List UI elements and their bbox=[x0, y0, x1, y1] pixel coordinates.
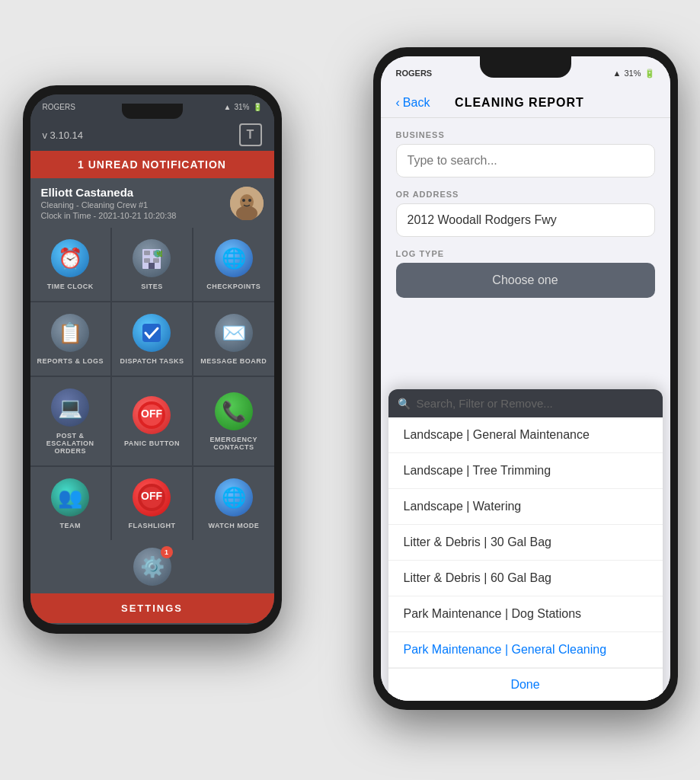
dropdown-list: Landscape | General Maintenance Landscap… bbox=[388, 417, 663, 668]
panic-icon-wrap: OFF bbox=[132, 395, 171, 435]
battery-left: 31% bbox=[234, 103, 249, 111]
sites-circle: 🌿 bbox=[133, 239, 171, 277]
back-chevron-icon: ‹ bbox=[396, 96, 400, 110]
dropdown-item-label-6: Park Maintenance | General Cleaning bbox=[404, 643, 607, 656]
user-details: Elliott Castaneda Cleaning - Cleaning Cr… bbox=[41, 186, 177, 220]
settings-row-partial: ⚙️ 1 bbox=[30, 540, 274, 593]
dropdown-item-label-0: Landscape | General Maintenance bbox=[404, 428, 590, 441]
logo-letter: T bbox=[247, 128, 254, 142]
dropdown-item-label-1: Landscape | Tree Trimming bbox=[404, 464, 551, 477]
panic-label: PANIC BUTTON bbox=[124, 440, 180, 447]
user-clock-in: Clock in Time - 2021-10-21 10:20:38 bbox=[41, 211, 177, 220]
watch-icon-wrap: 🌐 bbox=[214, 478, 254, 517]
business-label: BUSINESS bbox=[396, 130, 655, 139]
avatar-image bbox=[230, 187, 264, 220]
right-phone: ROGERS ▲ 31% 🔋 ‹ Back CLEANING REPORT BU… bbox=[373, 47, 678, 710]
dropdown-item-2[interactable]: Landscape | Watering bbox=[388, 489, 663, 525]
done-label: Done bbox=[510, 678, 539, 691]
user-role: Cleaning - Cleaning Crew #1 bbox=[41, 200, 177, 209]
dropdown-item-4[interactable]: Litter & Debris | 60 Gal Bag bbox=[388, 561, 663, 596]
emergency-icon-wrap: 📞 bbox=[214, 392, 254, 431]
flashlight-button-icon: OFF bbox=[136, 482, 167, 513]
dispatch-label: DISPATCH TASKS bbox=[120, 357, 184, 365]
message-icon-wrap: ✉️ bbox=[214, 313, 254, 353]
checkpoints-circle: 🌐 bbox=[215, 239, 253, 277]
dropdown-item-3[interactable]: Litter & Debris | 30 Gal Bag bbox=[388, 525, 663, 561]
right-status-icons: ▲ 31% 🔋 bbox=[613, 69, 655, 78]
menu-item-team[interactable]: 👥 TEAM bbox=[30, 467, 110, 540]
dropdown-item-label-2: Landscape | Watering bbox=[404, 500, 522, 513]
settings-badge: 1 bbox=[161, 546, 173, 558]
menu-item-sites[interactable]: 🌿 SITES bbox=[112, 228, 192, 301]
menu-item-time-clock[interactable]: ⏰ TIME CLOCK bbox=[30, 228, 110, 301]
right-screen: ROGERS ▲ 31% 🔋 ‹ Back CLEANING REPORT BU… bbox=[381, 56, 670, 701]
dropdown-overlay: 🔍 Search, Filter or Remove... Landscape … bbox=[388, 389, 663, 701]
avatar bbox=[230, 187, 264, 220]
dropdown-item-label-3: Litter & Debris | 30 Gal Bag bbox=[404, 535, 551, 548]
menu-grid: ⏰ TIME CLOCK bbox=[30, 228, 274, 540]
svg-rect-10 bbox=[149, 263, 155, 269]
dropdown-item-6[interactable]: Park Maintenance | General Cleaning bbox=[388, 632, 663, 668]
flashlight-icon-wrap: OFF bbox=[132, 478, 171, 517]
business-search-input[interactable] bbox=[396, 144, 655, 177]
menu-item-post-escalation[interactable]: 💻 POST & ESCALATION ORDERS bbox=[30, 377, 110, 465]
version-bar: v 3.10.14 T bbox=[30, 119, 274, 151]
team-label: TEAM bbox=[59, 522, 81, 529]
svg-text:OFF: OFF bbox=[141, 490, 162, 502]
user-info-bar: Elliott Castaneda Cleaning - Cleaning Cr… bbox=[30, 178, 274, 228]
post-circle: 💻 bbox=[51, 388, 89, 427]
menu-item-dispatch[interactable]: DISPATCH TASKS bbox=[112, 302, 192, 376]
svg-rect-6 bbox=[144, 251, 150, 255]
reports-label: REPORTS & LOGS bbox=[37, 357, 104, 365]
team-icon-wrap: 👥 bbox=[50, 478, 90, 517]
battery-icon-left: 🔋 bbox=[253, 103, 262, 111]
time-clock-circle: ⏰ bbox=[51, 239, 89, 277]
team-circle: 👥 bbox=[51, 478, 89, 516]
location-icon: ▲ bbox=[224, 103, 232, 111]
watch-circle: 🌐 bbox=[215, 478, 253, 516]
post-icon-wrap: 💻 bbox=[50, 388, 90, 427]
message-circle: ✉️ bbox=[215, 314, 253, 352]
menu-item-reports[interactable]: 📋 REPORTS & LOGS bbox=[30, 302, 110, 376]
flashlight-circle: OFF bbox=[133, 478, 171, 516]
dispatch-circle bbox=[133, 314, 171, 352]
dropdown-item-5[interactable]: Park Maintenance | Dog Stations bbox=[388, 596, 663, 632]
svg-point-4 bbox=[248, 199, 251, 202]
dispatch-icon-wrap bbox=[132, 313, 171, 353]
done-button[interactable]: Done bbox=[510, 678, 539, 692]
settings-bar[interactable]: SETTINGS bbox=[30, 593, 274, 623]
back-label: Back bbox=[403, 96, 430, 110]
back-button[interactable]: ‹ Back bbox=[396, 96, 430, 110]
app-logo: T bbox=[239, 123, 262, 146]
menu-item-watch-mode[interactable]: 🌐 WATCH MODE bbox=[193, 467, 273, 540]
menu-item-checkpoints[interactable]: 🌐 CHECKPOINTS bbox=[193, 228, 273, 301]
checkpoints-label: CHECKPOINTS bbox=[206, 283, 261, 290]
log-type-label: LOG TYPE bbox=[396, 249, 655, 258]
sites-icon-wrap: 🌿 bbox=[132, 238, 171, 278]
flashlight-label: FLASHLIGHT bbox=[128, 522, 175, 529]
post-label: POST & ESCALATION ORDERS bbox=[35, 432, 106, 455]
page-title: CLEANING REPORT bbox=[430, 96, 609, 110]
dropdown-search-bar: 🔍 Search, Filter or Remove... bbox=[388, 389, 663, 417]
dropdown-item-0[interactable]: Landscape | General Maintenance bbox=[388, 417, 663, 453]
right-location-icon: ▲ bbox=[613, 69, 622, 78]
notification-bar[interactable]: 1 UNREAD NOTIFICATION bbox=[30, 151, 274, 178]
address-input[interactable] bbox=[396, 203, 655, 237]
left-screen: ROGERS ▲ 31% 🔋 v 3.10.14 T 1 UNREAD NOTI… bbox=[30, 94, 274, 625]
menu-item-message-board[interactable]: ✉️ MESSAGE BOARD bbox=[193, 302, 273, 376]
log-type-select[interactable]: Choose one bbox=[396, 263, 655, 298]
watch-label: WATCH MODE bbox=[208, 522, 259, 529]
notification-text: 1 UNREAD NOTIFICATION bbox=[78, 158, 226, 171]
dropdown-item-1[interactable]: Landscape | Tree Trimming bbox=[388, 453, 663, 489]
panic-button-icon: OFF bbox=[136, 400, 167, 430]
svg-rect-9 bbox=[153, 258, 159, 263]
sites-label: SITES bbox=[141, 283, 163, 290]
message-label: MESSAGE BOARD bbox=[200, 357, 267, 365]
dropdown-search-placeholder: Search, Filter or Remove... bbox=[417, 397, 553, 410]
log-type-placeholder: Choose one bbox=[492, 273, 558, 286]
menu-item-flashlight[interactable]: OFF FLASHLIGHT bbox=[112, 467, 192, 540]
menu-item-panic[interactable]: OFF PANIC BUTTON bbox=[112, 377, 192, 465]
right-status-bar: ROGERS ▲ 31% 🔋 bbox=[381, 56, 670, 90]
menu-item-emergency[interactable]: 📞 EMERGENCY CONTACTS bbox=[193, 377, 273, 465]
left-phone: ROGERS ▲ 31% 🔋 v 3.10.14 T 1 UNREAD NOTI… bbox=[23, 85, 282, 634]
